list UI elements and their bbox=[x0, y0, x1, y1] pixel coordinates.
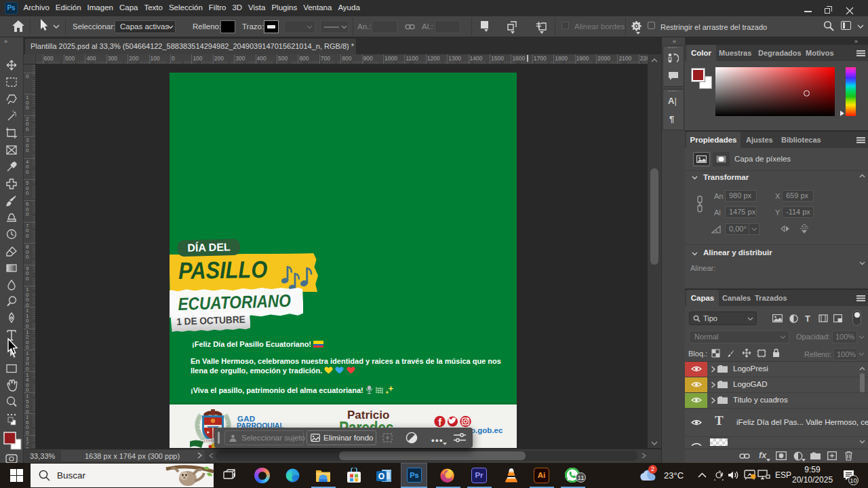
svg-text:O: O bbox=[378, 472, 384, 481]
svg-text:f: f bbox=[438, 417, 441, 428]
